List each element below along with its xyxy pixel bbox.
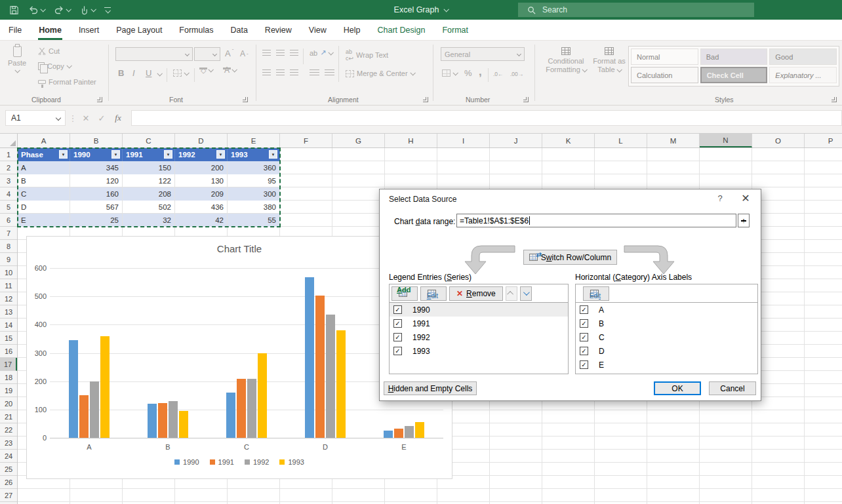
series-checkbox-1991[interactable]: ✓: [393, 319, 402, 328]
orientation-button[interactable]: ab↗: [310, 48, 332, 57]
format-as-table-button[interactable]: Format asTable: [590, 47, 628, 74]
underline-dropdown-icon[interactable]: [157, 71, 162, 76]
table-cell[interactable]: 209: [175, 187, 228, 201]
row-header-9[interactable]: 9: [0, 253, 17, 266]
increase-decimal-button[interactable]: .0←: [493, 71, 504, 77]
align-top-button[interactable]: [262, 50, 271, 56]
table-header-cell[interactable]: 1991▼: [123, 148, 175, 161]
chart-bar-1991-E[interactable]: [394, 429, 403, 438]
category-checkbox-E[interactable]: ✓: [580, 360, 588, 369]
column-header-A[interactable]: A: [18, 134, 70, 147]
legend-item-1992[interactable]: 1992: [245, 458, 269, 466]
category-checkbox-A[interactable]: ✓: [580, 305, 588, 314]
chart-bar-1993-A[interactable]: [100, 336, 110, 438]
font-launcher-icon[interactable]: [243, 97, 248, 102]
align-bottom-button[interactable]: [290, 50, 298, 56]
table-cell[interactable]: 200: [175, 161, 228, 174]
dialog-help-icon[interactable]: ?: [713, 193, 727, 203]
save-button[interactable]: [9, 5, 19, 15]
italic-button[interactable]: I: [132, 68, 135, 78]
table-cell[interactable]: 380: [228, 201, 280, 214]
series-checkbox-1990[interactable]: ✓: [393, 305, 402, 314]
format-painter-button[interactable]: Format Painter: [38, 78, 96, 86]
tab-format[interactable]: Format: [433, 20, 477, 40]
chart-bar-1991-B[interactable]: [158, 403, 167, 438]
table-cell[interactable]: A: [18, 161, 70, 174]
fill-color-dropdown-icon[interactable]: [209, 67, 214, 72]
borders-dropdown-icon[interactable]: [184, 70, 189, 75]
category-item-A[interactable]: ✓A: [576, 303, 757, 317]
chart-bar-1992-B[interactable]: [169, 401, 178, 438]
table-cell[interactable]: 150: [123, 161, 175, 174]
column-header-L[interactable]: L: [595, 134, 647, 147]
touch-mode-button[interactable]: [79, 5, 95, 15]
edit-axis-labels-button[interactable]: Edit: [583, 286, 609, 301]
chart-bar-1992-E[interactable]: [405, 426, 414, 438]
tab-chart-design[interactable]: Chart Design: [369, 20, 433, 40]
enter-entry-icon[interactable]: ✓: [94, 110, 109, 126]
row-header-2[interactable]: 2: [0, 161, 17, 174]
table-cell[interactable]: 32: [123, 214, 175, 227]
category-checkbox-D[interactable]: ✓: [580, 347, 588, 355]
undo-dropdown-icon[interactable]: [40, 7, 45, 12]
table-cell[interactable]: 95: [228, 174, 280, 187]
dialog-close-icon[interactable]: ✕: [738, 192, 753, 204]
column-header-H[interactable]: H: [385, 134, 437, 147]
font-color-dropdown-icon[interactable]: [231, 67, 237, 72]
row-header-11[interactable]: 11: [0, 279, 17, 292]
table-cell[interactable]: E: [18, 214, 70, 227]
column-header-B[interactable]: B: [70, 134, 123, 147]
table-cell[interactable]: 120: [70, 174, 123, 187]
category-checkbox-B[interactable]: ✓: [580, 319, 588, 328]
category-checkbox-C[interactable]: ✓: [580, 333, 588, 341]
series-item-1991[interactable]: ✓1991: [390, 317, 568, 330]
chart-bar-1993-B[interactable]: [179, 411, 188, 438]
series-item-1993[interactable]: ✓1993: [390, 344, 568, 358]
ok-button[interactable]: OK: [654, 381, 701, 395]
table-cell[interactable]: 25: [70, 214, 123, 227]
chart-bar-1993-D[interactable]: [336, 330, 346, 438]
chart-bar-1990-D[interactable]: [305, 277, 314, 438]
chart-bar-1993-E[interactable]: [415, 422, 424, 438]
insert-function-icon[interactable]: fx: [110, 110, 126, 126]
filter-dropdown-icon[interactable]: ▼: [216, 150, 225, 159]
category-item-B[interactable]: ✓B: [576, 317, 757, 330]
row-header-20[interactable]: 20: [0, 397, 17, 410]
wrap-text-button[interactable]: abc↩Wrap Text: [346, 48, 388, 62]
filter-dropdown-icon[interactable]: ▼: [59, 150, 68, 159]
paste-dropdown-icon[interactable]: [15, 68, 20, 73]
table-cell[interactable]: 502: [123, 201, 175, 214]
legend-item-1991[interactable]: 1991: [210, 458, 234, 466]
legend-item-1993[interactable]: 1993: [279, 458, 304, 466]
chart-bar-1991-D[interactable]: [315, 296, 325, 438]
font-color-button[interactable]: A: [224, 67, 236, 73]
column-header-I[interactable]: I: [437, 134, 490, 147]
undo-button[interactable]: [28, 5, 45, 14]
table-cell[interactable]: 436: [175, 201, 228, 214]
hidden-empty-cells-button[interactable]: Hidden and Empty Cells: [384, 381, 477, 395]
alignment-launcher-icon[interactable]: [423, 97, 428, 102]
add-series-button[interactable]: Add: [391, 286, 418, 301]
row-header-3[interactable]: 3: [0, 174, 17, 187]
table-cell[interactable]: 42: [175, 214, 228, 227]
column-header-P[interactable]: P: [805, 134, 842, 147]
chart-bar-1990-E[interactable]: [384, 431, 393, 438]
table-header-cell[interactable]: Phase▼: [18, 148, 70, 161]
table-header-cell[interactable]: 1993▼: [228, 148, 280, 161]
percent-style-button[interactable]: %: [464, 68, 472, 78]
row-header-21[interactable]: 21: [0, 410, 17, 423]
row-header-15[interactable]: 15: [0, 332, 17, 345]
row-header-24[interactable]: 24: [0, 450, 17, 463]
remove-series-button[interactable]: ✕Remove: [449, 286, 503, 301]
fill-color-button[interactable]: ◇: [201, 67, 212, 73]
redo-button[interactable]: [54, 5, 70, 14]
tab-file[interactable]: File: [0, 20, 30, 40]
paste-button[interactable]: Paste: [8, 46, 26, 73]
align-middle-button[interactable]: [276, 50, 285, 56]
increase-font-button[interactable]: Aˆ: [225, 48, 233, 58]
touch-mode-dropdown-icon[interactable]: [90, 7, 96, 12]
name-box-dropdown-icon[interactable]: [56, 115, 61, 121]
row-header-4[interactable]: 4: [0, 187, 17, 201]
row-header-6[interactable]: 6: [0, 214, 17, 227]
column-header-M[interactable]: M: [647, 134, 700, 147]
